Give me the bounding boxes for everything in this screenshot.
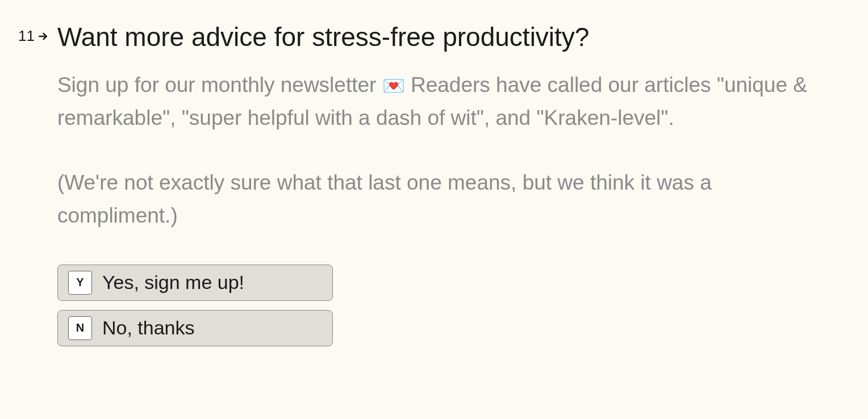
love-letter-icon: 💌: [382, 76, 405, 97]
description-text-3: (We're not exactly sure what that last o…: [57, 171, 712, 227]
option-no-button[interactable]: N No, thanks: [57, 310, 333, 346]
key-badge-y: Y: [68, 271, 92, 295]
key-badge-n: N: [68, 316, 92, 340]
question-number-indicator: 11: [18, 22, 48, 45]
options-group: Y Yes, sign me up! N No, thanks: [57, 265, 830, 346]
option-no-label: No, thanks: [102, 317, 195, 339]
option-yes-button[interactable]: Y Yes, sign me up!: [57, 265, 333, 301]
description-text-1: Sign up for our monthly newsletter: [57, 73, 382, 97]
arrow-right-icon: [38, 31, 48, 41]
question-number: 11: [18, 27, 35, 45]
option-yes-label: Yes, sign me up!: [102, 271, 244, 294]
question-content: Want more advice for stress-free product…: [57, 22, 830, 346]
question-description: Sign up for our monthly newsletter 💌 Rea…: [57, 69, 830, 232]
question-title: Want more advice for stress-free product…: [57, 22, 830, 53]
